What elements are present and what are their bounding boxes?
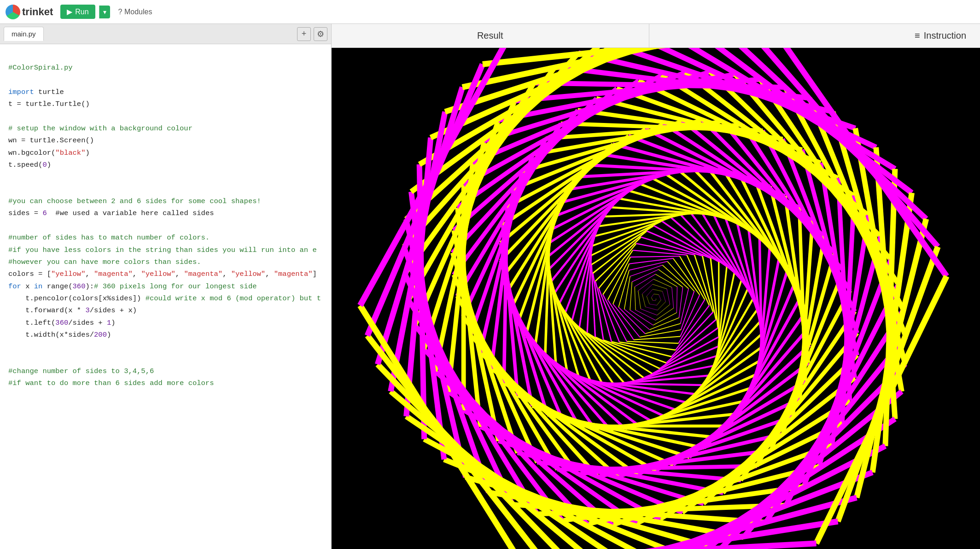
result-tab-label: Result — [477, 30, 503, 41]
code-line-bgcolor: wn.bgcolor("black") — [8, 149, 90, 157]
run-label: Run — [75, 8, 88, 16]
modules-label: ? Modules — [118, 8, 152, 16]
code-line-screen: wn = turtle.Screen() — [8, 136, 94, 145]
code-line-forward: t.forward(x * 3/sides + x) — [8, 306, 137, 315]
result-header: Result ≡ Instruction — [332, 24, 980, 48]
run-button[interactable]: ▶ Run — [60, 5, 95, 19]
code-import-keyword: import — [8, 88, 34, 96]
code-comment-num1: #number of sides has to match number of … — [8, 234, 210, 242]
instruction-tab-label: Instruction — [924, 30, 966, 41]
main-content: main.py + ⚙ #ColorSpiral.py import turtl… — [0, 24, 980, 549]
result-panel: Result ≡ Instruction — [332, 24, 980, 549]
code-comment-header: #ColorSpiral.py — [8, 64, 73, 72]
tab-actions: + ⚙ — [297, 27, 327, 41]
settings-button[interactable]: ⚙ — [314, 27, 327, 41]
editor-panel: main.py + ⚙ #ColorSpiral.py import turtl… — [0, 24, 332, 549]
gear-icon: ⚙ — [317, 29, 324, 39]
code-line-colors: colors = ["yellow", "magenta", "yellow",… — [8, 270, 317, 278]
instruction-tab[interactable]: ≡ Instruction — [649, 30, 980, 41]
chevron-down-icon: ▾ — [103, 8, 106, 16]
code-comment-more: #if want to do more than 6 sides add mor… — [8, 379, 214, 387]
code-comment-num3: #however you can have more colors than s… — [8, 258, 201, 266]
run-dropdown-button[interactable]: ▾ — [99, 6, 110, 18]
modules-button[interactable]: ? Modules — [114, 5, 157, 19]
code-comment-setup: # setup the window with a background col… — [8, 124, 192, 133]
logo: trinket — [6, 5, 53, 19]
code-line-turtle: t = turtle.Turtle() — [8, 100, 90, 108]
add-tab-button[interactable]: + — [297, 27, 311, 41]
code-line-left: t.left(360/sides + 1) — [8, 319, 116, 327]
code-line-sides: sides = 6 #we used a variable here calle… — [8, 209, 214, 217]
code-comment-num2: #if you have less colors in the string t… — [8, 246, 317, 254]
main-py-tab[interactable]: main.py — [4, 27, 44, 41]
code-for-keyword: for — [8, 282, 21, 291]
toolbar: trinket ▶ Run ▾ ? Modules — [0, 0, 980, 24]
code-line-pencolor: t.pencolor(colors[x%sides]) #could write… — [8, 294, 321, 303]
plus-icon: + — [302, 29, 307, 39]
code-line-width: t.width(x*sides/200) — [8, 331, 111, 339]
logo-icon — [6, 5, 20, 19]
result-tab[interactable]: Result — [332, 24, 649, 47]
code-comment-change: #change number of sides to 3,4,5,6 — [8, 367, 154, 375]
list-icon: ≡ — [915, 30, 920, 41]
code-line-speed: t.speed(0) — [8, 161, 51, 169]
spiral-canvas — [332, 48, 980, 549]
code-editor[interactable]: #ColorSpiral.py import turtle t = turtle… — [0, 44, 331, 549]
logo-text: trinket — [22, 6, 53, 18]
tabs-bar: main.py + ⚙ — [0, 24, 331, 44]
tab-filename: main.py — [12, 30, 36, 38]
run-play-icon: ▶ — [67, 7, 72, 16]
code-comment-sides: #you can choose between 2 and 6 sides fo… — [8, 197, 261, 205]
canvas-area — [332, 48, 980, 549]
